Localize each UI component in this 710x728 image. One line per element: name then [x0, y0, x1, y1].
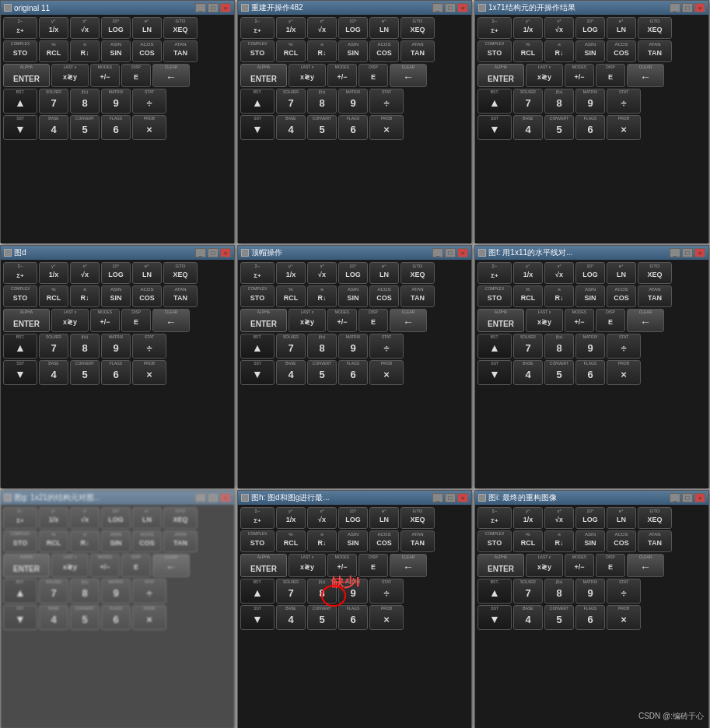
btn-sst[interactable]: SST ▼ — [240, 115, 275, 140]
btn-div[interactable]: STAT ÷ — [607, 579, 641, 604]
btn-bst[interactable]: BST. ▲ — [3, 579, 37, 604]
close-btn[interactable]: × — [457, 248, 468, 257]
title-bar-w8[interactable]: 图h: 图d和图g进行最... _ □ × — [238, 491, 471, 505]
btn-1x[interactable]: yˣ 1/x — [513, 507, 543, 529]
btn-sqrt[interactable]: x² √x — [544, 17, 574, 39]
btn-5[interactable]: CONVERT 5 — [544, 360, 574, 385]
btn-ln[interactable]: eˣ LN — [132, 17, 162, 39]
btn-chs[interactable]: MODES +/− — [565, 64, 594, 87]
minimize-btn[interactable]: _ — [195, 3, 206, 12]
btn-sigma[interactable]: Σ− Σ+ — [3, 17, 37, 39]
btn-clear[interactable]: CLEAR ← — [152, 309, 190, 332]
maximize-btn[interactable]: □ — [208, 3, 219, 12]
btn-6[interactable]: FLAGS 6 — [338, 605, 368, 630]
btn-cos[interactable]: ACOS COS — [607, 40, 636, 62]
btn-cos[interactable]: ACOS COS — [369, 530, 399, 552]
btn-4[interactable]: BASE 4 — [39, 360, 68, 385]
btn-chs[interactable]: MODES +/− — [90, 554, 120, 577]
maximize-btn[interactable]: □ — [682, 248, 693, 257]
btn-chs[interactable]: MODES +/− — [565, 309, 594, 332]
btn-rcl[interactable]: % RCL — [513, 40, 543, 62]
btn-mul[interactable]: PROB × — [607, 360, 641, 385]
btn-sto[interactable]: COMPLEX STO — [3, 285, 37, 307]
btn-rcl[interactable]: % RCL — [513, 530, 543, 552]
btn-sst[interactable]: SST ▼ — [477, 360, 512, 385]
btn-xexchgy[interactable]: LAST x x≷y — [289, 554, 326, 577]
btn-xexchgy[interactable]: LAST x x≷y — [51, 309, 89, 332]
maximize-btn[interactable]: □ — [208, 493, 219, 502]
btn-tan[interactable]: ATAN TAN — [400, 530, 435, 552]
btn-mul[interactable]: PROB × — [369, 360, 404, 385]
btn-sin[interactable]: ASIN SIN — [575, 40, 605, 62]
btn-sqrt[interactable]: x² √x — [307, 262, 337, 284]
btn-8[interactable]: ∫f(x) 8 — [70, 334, 100, 359]
btn-log[interactable]: 10ˣ LOG — [575, 17, 605, 39]
btn-cos[interactable]: ACOS COS — [607, 530, 636, 552]
maximize-btn[interactable]: □ — [208, 248, 219, 257]
btn-sqrt[interactable]: x² √x — [70, 17, 100, 39]
btn-enter[interactable]: ALPHA ENTER — [240, 64, 287, 87]
title-bar-w1[interactable]: original 11 _ □ × — [1, 1, 234, 15]
btn-log[interactable]: 10ˣ LOG — [575, 507, 605, 529]
btn-enter[interactable]: ALPHA ENTER — [3, 309, 50, 332]
btn-div[interactable]: STAT ÷ — [132, 89, 166, 114]
btn-8[interactable]: ∫f(x) 8 — [544, 89, 574, 114]
btn-1x[interactable]: yˣ 1/x — [39, 262, 68, 284]
btn-xeq[interactable]: GTO XEQ — [400, 17, 435, 39]
btn-xexchgy[interactable]: LAST x x≷y — [51, 554, 89, 577]
btn-5[interactable]: CONVERT 5 — [544, 115, 574, 140]
btn-4[interactable]: BASE 4 — [513, 605, 543, 630]
btn-9[interactable]: MATRIX 9 — [575, 89, 605, 114]
btn-4[interactable]: BASE 4 — [276, 115, 306, 140]
btn-7[interactable]: SOLVER 7 — [39, 89, 68, 114]
btn-9[interactable]: MATRIX 9 — [101, 89, 131, 114]
btn-6[interactable]: FLAGS 6 — [575, 115, 605, 140]
close-btn[interactable]: × — [220, 493, 231, 502]
btn-sto[interactable]: COMPLEX STO — [477, 530, 512, 552]
btn-eex[interactable]: DISP E — [596, 309, 625, 332]
btn-xeq[interactable]: GTO XEQ — [638, 17, 672, 39]
title-bar-w3[interactable]: 1x71结构元的开操作结果 _ □ × — [475, 1, 708, 15]
btn-6[interactable]: FLAGS 6 — [101, 115, 131, 140]
btn-9[interactable]: MATRIX 9 — [575, 334, 605, 359]
window-controls[interactable]: _ □ × — [195, 3, 231, 12]
btn-chs[interactable]: MODES +/− — [565, 554, 594, 577]
btn-enter[interactable]: ALPHA ENTER — [477, 64, 524, 87]
btn-7[interactable]: SOLVER 7 — [513, 334, 543, 359]
btn-mul[interactable]: PROB × — [607, 115, 641, 140]
btn-tan[interactable]: ATAN TAN — [400, 285, 435, 307]
btn-div[interactable]: STAT ÷ — [369, 579, 404, 604]
btn-sin[interactable]: ASIN SIN — [101, 530, 131, 552]
window-controls[interactable]: _ □ × — [432, 248, 468, 257]
btn-div[interactable]: STAT ÷ — [607, 89, 641, 114]
btn-eex[interactable]: DISP E — [121, 64, 151, 87]
btn-rdown[interactable]: π R↓ — [70, 40, 100, 62]
btn-ln[interactable]: eˣ LN — [369, 507, 399, 529]
btn-1x[interactable]: yˣ 1/x — [513, 262, 543, 284]
btn-bst[interactable]: BST. ▲ — [240, 579, 275, 604]
btn-ln[interactable]: eˣ LN — [607, 262, 636, 284]
btn-mul[interactable]: PROB × — [132, 605, 166, 630]
btn-bst[interactable]: BST. ▲ — [477, 334, 512, 359]
minimize-btn[interactable]: _ — [670, 3, 680, 12]
btn-9[interactable]: MATRIX 9 — [338, 579, 368, 604]
btn-tan[interactable]: ATAN TAN — [400, 40, 435, 62]
btn-4[interactable]: BASE 4 — [39, 115, 68, 140]
btn-eex[interactable]: DISP E — [121, 554, 151, 577]
btn-xexchgy[interactable]: LAST x x≷y — [289, 64, 326, 87]
title-bar-w6[interactable]: 图f: 用1x11的水平线对... _ □ × — [475, 246, 708, 260]
btn-sin[interactable]: ASIN SIN — [101, 285, 131, 307]
btn-enter[interactable]: ALPHA ENTER — [240, 554, 287, 577]
btn-mul[interactable]: PROB × — [369, 605, 404, 630]
btn-rcl[interactable]: % RCL — [39, 40, 68, 62]
btn-sst[interactable]: SST ▼ — [3, 605, 37, 630]
btn-sst[interactable]: SST ▼ — [240, 360, 275, 385]
btn-xexchgy[interactable]: LAST x x≷y — [526, 309, 563, 332]
btn-ln[interactable]: eˣ LN — [607, 507, 636, 529]
btn-sto[interactable]: COMPLEX STO — [240, 285, 275, 307]
btn-rcl[interactable]: % RCL — [276, 285, 306, 307]
btn-rdown[interactable]: π R↓ — [307, 40, 337, 62]
btn-chs[interactable]: MODES +/− — [327, 554, 357, 577]
btn-div[interactable]: STAT ÷ — [132, 579, 166, 604]
btn-tan[interactable]: ATAN TAN — [163, 285, 198, 307]
